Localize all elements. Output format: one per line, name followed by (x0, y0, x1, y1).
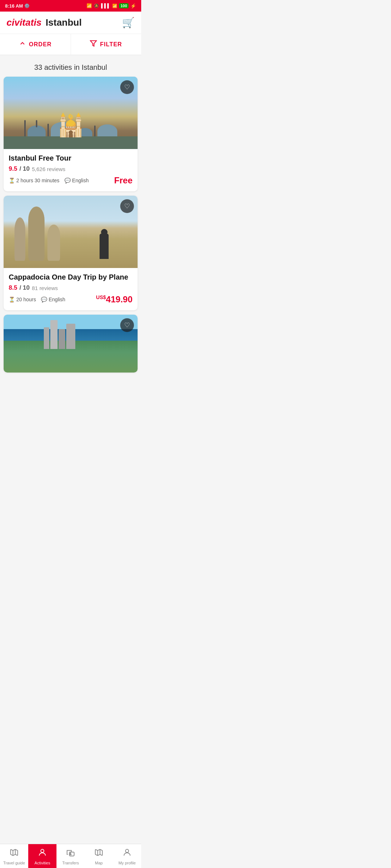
activity-price-2: US$419.90 (96, 294, 133, 305)
activities-list: ♡ Istanbul Free Tour 9.5 / 10 5,626 revi… (0, 77, 141, 413)
svg-marker-0 (91, 41, 97, 46)
time-text: 8:16 AM (5, 3, 23, 9)
duration-item-2: ⏳ 20 hours (9, 297, 36, 302)
activity-meta-1: ⏳ 2 hours 30 minutes 💬 English Free (9, 175, 133, 186)
language-item-1: 💬 English (64, 178, 89, 183)
language-item-2: 💬 English (41, 297, 65, 302)
favorite-button-2[interactable]: ♡ (120, 199, 134, 213)
filter-button[interactable]: FILTER (71, 34, 142, 55)
activity-image-2: ♡ (4, 196, 138, 268)
wifi-icon: 📶 (112, 4, 117, 8)
activity-image-1: ♡ (4, 77, 138, 149)
order-button[interactable]: ORDER (0, 34, 71, 55)
language-icon-1: 💬 (64, 178, 71, 183)
activity-title-1: Istanbul Free Tour (9, 154, 133, 162)
language-text-1: English (72, 178, 89, 183)
logo-civitatis: civitatis (7, 17, 42, 28)
app-logo: civitatis Istanbul (7, 17, 82, 28)
activity-rating-2: 8.5 / 10 81 reviews (9, 284, 133, 292)
status-bar: 8:16 AM ⚙️ 📶 🔕 ▌▌▌ 📶 100 ⚡ (0, 0, 141, 12)
signal-icon: ▌▌▌ (101, 3, 110, 8)
order-label: ORDER (29, 41, 52, 48)
status-icons: 📶 🔕 ▌▌▌ 📶 100 ⚡ (87, 3, 136, 9)
mute-icon: 🔕 (94, 3, 99, 8)
order-icon (19, 40, 26, 49)
filter-label: FILTER (100, 41, 122, 48)
app-header: civitatis Istanbul 🛒 (0, 12, 141, 34)
cart-button[interactable]: 🛒 (122, 17, 135, 29)
duration-text-1: 2 hours 30 minutes (16, 178, 59, 183)
duration-text-2: 20 hours (16, 297, 36, 302)
activity-count: 33 activities in Istanbul (0, 55, 141, 77)
nfc-icon: 📶 (87, 3, 92, 8)
favorite-button-1[interactable]: ♡ (120, 80, 134, 94)
card-body-1: Istanbul Free Tour 9.5 / 10 5,626 review… (4, 149, 138, 191)
activity-card-3[interactable]: ♡ (4, 315, 138, 373)
card-body-2: Cappadocia One Day Trip by Plane 8.5 / 1… (4, 268, 138, 310)
duration-icon-2: ⏳ (9, 297, 15, 302)
battery-icon: ⚡ (130, 3, 136, 9)
activity-image-3: ♡ (4, 315, 138, 373)
duration-item-1: ⏳ 2 hours 30 minutes (9, 178, 59, 183)
activity-rating-1: 9.5 / 10 5,626 reviews (9, 165, 133, 173)
activity-meta-2: ⏳ 20 hours 💬 English US$419.90 (9, 294, 133, 305)
activity-price-1: Free (114, 175, 133, 186)
status-time: 8:16 AM ⚙️ (5, 3, 30, 9)
activity-title-2: Cappadocia One Day Trip by Plane (9, 273, 133, 281)
language-text-2: English (49, 297, 65, 302)
battery-level: 100 (119, 3, 129, 8)
filter-icon (90, 40, 97, 49)
activity-card-1[interactable]: ♡ Istanbul Free Tour 9.5 / 10 5,626 revi… (4, 77, 138, 191)
language-icon-2: 💬 (41, 297, 47, 302)
action-bar: ORDER FILTER (0, 34, 141, 55)
activity-card-2[interactable]: ♡ Cappadocia One Day Trip by Plane 8.5 /… (4, 196, 138, 310)
logo-city: Istanbul (43, 17, 82, 28)
duration-icon-1: ⏳ (9, 178, 15, 183)
settings-icon: ⚙️ (24, 3, 30, 8)
favorite-button-3[interactable]: ♡ (120, 318, 134, 332)
